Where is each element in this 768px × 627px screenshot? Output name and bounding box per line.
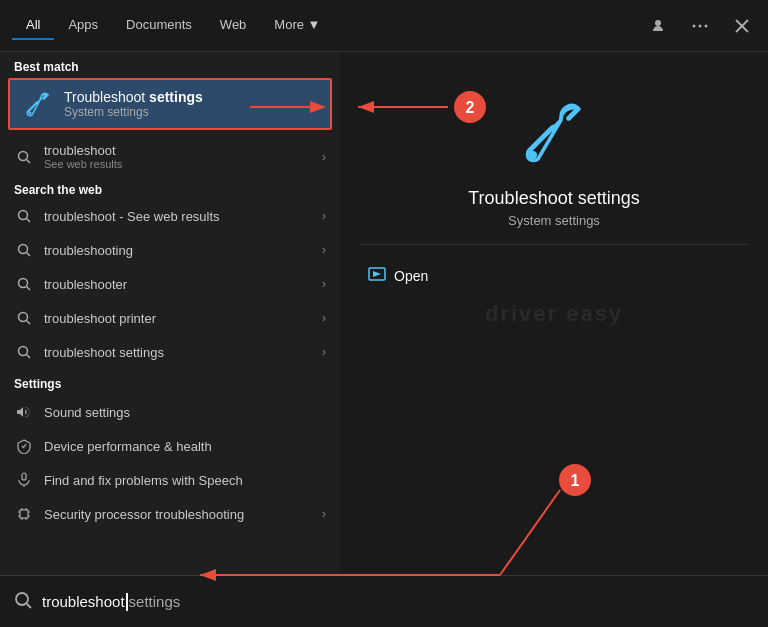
svg-point-0 — [693, 24, 696, 27]
svg-point-10 — [19, 245, 28, 254]
close-icon-button[interactable] — [728, 12, 756, 40]
search-bar: troubleshoot settings — [0, 575, 768, 627]
web-search-item-4[interactable]: troubleshoot printer › — [0, 301, 340, 335]
divider — [360, 244, 748, 245]
search-icon-3 — [14, 274, 34, 294]
svg-point-1 — [699, 24, 702, 27]
tab-all[interactable]: All — [12, 11, 54, 40]
person-icon-button[interactable] — [644, 12, 672, 40]
svg-point-31 — [16, 593, 28, 605]
svg-point-2 — [705, 24, 708, 27]
search-typed-text: troubleshoot — [42, 593, 125, 610]
watermark: driver easy — [485, 301, 623, 327]
svg-point-5 — [29, 112, 32, 115]
settings-item-0[interactable]: Sound settings — [0, 395, 340, 429]
tab-more[interactable]: More ▼ — [260, 11, 334, 40]
start-menu: All Apps Documents Web More ▼ — [0, 0, 768, 627]
web-search-item-1[interactable]: troubleshoot - See web results › — [0, 199, 340, 233]
search-icon-1 — [14, 206, 34, 226]
search-cursor — [126, 593, 128, 611]
best-match-text: Troubleshoot settings System settings — [64, 89, 203, 119]
processor-icon — [14, 504, 34, 524]
title-bold: settings — [145, 89, 203, 105]
best-match-icon — [22, 88, 54, 120]
chevron-icon-2: › — [322, 243, 326, 257]
settings-item-text-3: Security processor troubleshooting — [44, 507, 322, 522]
main-content: Best match Troubleshoot settings System … — [0, 52, 768, 575]
web-item-text-2: troubleshooting — [44, 243, 322, 258]
top-nav: All Apps Documents Web More ▼ — [0, 0, 768, 52]
best-match-subtitle: System settings — [64, 105, 203, 119]
svg-rect-20 — [20, 510, 28, 518]
search-bar-icon — [14, 591, 32, 613]
more-icon — [692, 24, 708, 28]
search-suggestion-text: settings — [129, 593, 181, 610]
right-app-subtitle: System settings — [508, 213, 600, 228]
best-match-header: Best match — [0, 52, 340, 78]
svg-point-12 — [19, 279, 28, 288]
settings-item-2[interactable]: Find and fix problems with Speech — [0, 463, 340, 497]
svg-point-29 — [529, 151, 537, 159]
svg-line-17 — [27, 355, 31, 359]
settings-item-3[interactable]: Security processor troubleshooting › — [0, 497, 340, 531]
chevron-icon-1: › — [322, 209, 326, 223]
web-item-text-0: troubleshoot See web results — [44, 143, 322, 170]
open-button[interactable]: Open — [360, 261, 748, 291]
svg-line-13 — [27, 287, 31, 291]
open-icon — [368, 267, 386, 285]
search-icon-0 — [14, 147, 34, 167]
large-wrench-icon — [519, 97, 589, 167]
shield-icon — [14, 436, 34, 456]
svg-point-8 — [19, 211, 28, 220]
settings-item-1[interactable]: Device performance & health — [0, 429, 340, 463]
tab-apps[interactable]: Apps — [54, 11, 112, 40]
settings-item-text-1: Device performance & health — [44, 439, 326, 454]
web-search-item-2[interactable]: troubleshooting › — [0, 233, 340, 267]
settings-section-header: Settings — [0, 369, 340, 395]
svg-rect-18 — [22, 473, 26, 480]
title-plain: Troubleshoot — [64, 89, 145, 105]
sound-icon — [14, 402, 34, 422]
tab-documents[interactable]: Documents — [112, 11, 206, 40]
svg-point-14 — [19, 313, 28, 322]
right-panel: driver easy Troubleshoot settings System… — [340, 52, 768, 575]
svg-point-16 — [19, 347, 28, 356]
nav-icons — [644, 12, 756, 40]
web-section-header: Search the web — [0, 177, 340, 199]
svg-line-15 — [27, 321, 31, 325]
web-item-text-5: troubleshoot settings — [44, 345, 322, 360]
nav-tabs: All Apps Documents Web More ▼ — [12, 11, 644, 40]
chevron-icon-0: › — [322, 150, 326, 164]
settings-item-text-2: Find and fix problems with Speech — [44, 473, 326, 488]
svg-line-11 — [27, 253, 31, 257]
search-icon-5 — [14, 342, 34, 362]
open-label: Open — [394, 268, 428, 284]
right-app-title: Troubleshoot settings — [468, 188, 639, 209]
search-icon-2 — [14, 240, 34, 260]
left-panel: Best match Troubleshoot settings System … — [0, 52, 340, 575]
svg-line-7 — [27, 159, 31, 163]
web-search-item-3[interactable]: troubleshooter › — [0, 267, 340, 301]
tab-web[interactable]: Web — [206, 11, 261, 40]
wrench-icon — [24, 90, 52, 118]
chevron-icon-3: › — [322, 277, 326, 291]
search-input-display[interactable]: troubleshoot settings — [42, 593, 754, 611]
search-icon-4 — [14, 308, 34, 328]
more-icon-button[interactable] — [686, 12, 714, 40]
best-match-item[interactable]: Troubleshoot settings System settings — [8, 78, 332, 130]
web-search-item-0[interactable]: troubleshoot See web results › — [0, 136, 340, 177]
web-item-text-4: troubleshoot printer — [44, 311, 322, 326]
chevron-icon-4: › — [322, 311, 326, 325]
mic-icon — [14, 470, 34, 490]
chevron-icon-s3: › — [322, 507, 326, 521]
chevron-icon-5: › — [322, 345, 326, 359]
settings-item-text-0: Sound settings — [44, 405, 326, 420]
web-item-text-3: troubleshooter — [44, 277, 322, 292]
svg-line-32 — [27, 604, 31, 608]
svg-point-6 — [19, 151, 28, 160]
close-icon — [735, 19, 749, 33]
web-item-text-1: troubleshoot - See web results — [44, 209, 322, 224]
person-icon — [650, 18, 666, 34]
web-search-item-5[interactable]: troubleshoot settings › — [0, 335, 340, 369]
best-match-title: Troubleshoot settings — [64, 89, 203, 105]
